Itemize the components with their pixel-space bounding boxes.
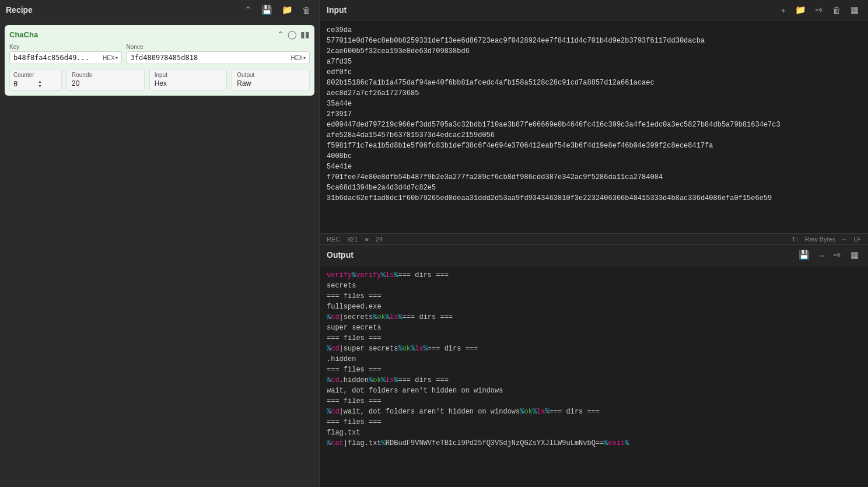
input-title: Input (327, 5, 346, 15)
recipe-collapse-btn[interactable]: ⌃ (242, 3, 254, 16)
output-expand-btn[interactable]: ▦ (848, 248, 861, 261)
font-size-icon: T↑ (792, 236, 799, 243)
recipe-folder-btn[interactable]: 📁 (279, 3, 295, 16)
input-type-label: Input (155, 72, 222, 78)
status-lines: 24 (376, 236, 383, 243)
rounds-value: 20 (72, 79, 139, 87)
status-left: REC 921 ≡ 24 (327, 236, 383, 243)
recipe-title: Recipe (6, 5, 33, 15)
chacha-pause-icon[interactable]: ▮▮ (300, 30, 310, 39)
chacha-fields-row: Key HEX Nonce HEX (9, 44, 310, 64)
output-title: Output (327, 250, 354, 260)
chacha-chevron-up-icon[interactable]: ⌃ (277, 30, 284, 39)
chacha-title: ChaCha (9, 30, 38, 39)
input-panel-icons: + 📁 ⇨ 🗑 ▦ (778, 3, 861, 16)
chacha-info-row: Counter ▲ ▼ Rounds 20 Input Hex (9, 69, 310, 91)
input-file-btn[interactable]: 📁 (793, 3, 808, 16)
key-input-row: HEX (9, 51, 122, 64)
rounds-label: Rounds (72, 72, 139, 78)
counter-label: Counter (13, 72, 58, 78)
output-panel-header: Output 💾 ⎓ ⇨ ▦ (320, 245, 868, 265)
recipe-delete-btn[interactable]: 🗑 (300, 4, 313, 16)
chacha-card: ChaCha ⌃ ◯ ▮▮ Key HEX Nonce HEX (5, 25, 314, 96)
input-status-bar: REC 921 ≡ 24 T↑ Raw Bytes ← LF (320, 233, 868, 244)
rounds-box: Rounds 20 (66, 69, 145, 91)
key-field-group: Key HEX (9, 44, 122, 64)
chacha-header-icons: ⌃ ◯ ▮▮ (277, 30, 310, 39)
nonce-input-row: HEX (127, 51, 310, 64)
output-swap-btn[interactable]: ⇨ (831, 248, 844, 261)
counter-down-btn[interactable]: ▼ (37, 84, 43, 88)
key-type-badge[interactable]: HEX (103, 55, 118, 61)
counter-input-row: ▲ ▼ (13, 79, 58, 88)
status-lines-icon: ≡ (365, 236, 369, 243)
chacha-header: ChaCha ⌃ ◯ ▮▮ (9, 30, 310, 39)
key-input[interactable] (13, 54, 103, 62)
output-type-label: Output (237, 72, 304, 78)
input-expand-btn[interactable]: ▦ (848, 3, 861, 16)
output-copy-btn[interactable]: ⎓ (817, 249, 827, 261)
input-section: Input + 📁 ⇨ 🗑 ▦ ce39da 577011e0d76ec8eb0… (320, 0, 868, 245)
status-rec: REC (327, 236, 340, 243)
output-type-box: Output Raw (232, 69, 310, 91)
status-right: T↑ Raw Bytes ← LF (792, 236, 861, 243)
left-panel: Recipe ⌃ 💾 📁 🗑 ChaCha ⌃ ◯ ▮▮ Key HEX (0, 0, 320, 487)
counter-up-btn[interactable]: ▲ (37, 79, 43, 83)
output-content[interactable]: verify%verify%ls%=== dirs === secrets ==… (320, 265, 868, 487)
recipe-header: Recipe ⌃ 💾 📁 🗑 (0, 0, 319, 20)
nonce-label: Nonce (127, 44, 310, 50)
right-panel: Input + 📁 ⇨ 🗑 ▦ ce39da 577011e0d76ec8eb0… (320, 0, 868, 487)
output-save-btn[interactable]: 💾 (796, 248, 812, 261)
recipe-header-icons: ⌃ 💾 📁 🗑 (242, 3, 313, 16)
input-type-value: Hex (155, 79, 222, 87)
output-panel-icons: 💾 ⎓ ⇨ ▦ (796, 248, 861, 261)
chacha-disable-icon[interactable]: ◯ (288, 30, 297, 39)
status-lf[interactable]: LF (853, 236, 861, 243)
input-content[interactable]: ce39da 577011e0d76ec8eb0b8259331def13ee6… (320, 20, 868, 233)
input-load-btn[interactable]: ⇨ (813, 3, 825, 16)
recipe-save-btn[interactable]: 💾 (259, 3, 275, 16)
input-panel-header: Input + 📁 ⇨ 🗑 ▦ (320, 0, 868, 20)
output-type-value: Raw (237, 79, 304, 87)
status-rawbytes[interactable]: Raw Bytes (805, 236, 836, 243)
nonce-type-badge[interactable]: HEX (290, 55, 306, 61)
nonce-input[interactable] (131, 54, 291, 62)
input-add-btn[interactable]: + (778, 4, 788, 16)
input-type-box: Input Hex (149, 69, 228, 91)
status-count: 921 (347, 236, 358, 243)
key-label: Key (9, 44, 122, 50)
status-lf-arrow: ← (841, 236, 848, 243)
input-delete-btn[interactable]: 🗑 (830, 4, 844, 16)
counter-input[interactable] (13, 80, 37, 88)
counter-box: Counter ▲ ▼ (9, 69, 62, 91)
output-section: Output 💾 ⎓ ⇨ ▦ verify%verify%ls%=== dirs… (320, 245, 868, 487)
counter-arrows: ▲ ▼ (37, 79, 43, 88)
nonce-field-group: Nonce HEX (127, 44, 310, 64)
